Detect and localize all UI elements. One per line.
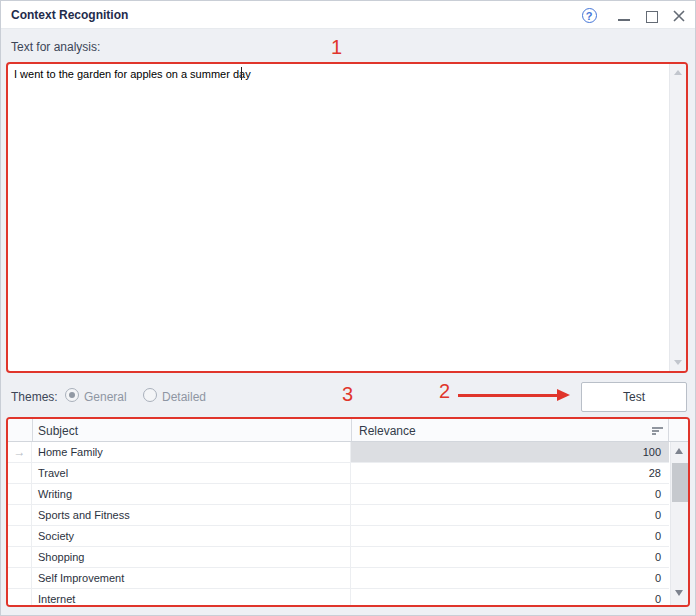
relevance-cell[interactable]: 28 (351, 463, 669, 483)
analysis-textarea[interactable]: I went to the garden for apples on a sum… (6, 62, 688, 373)
table-rows: →Home Family100Travel28Writing0Sports an… (8, 442, 669, 607)
column-divider (668, 419, 669, 441)
relevance-cell[interactable]: 0 (351, 568, 669, 588)
subject-cell[interactable]: Sports and Fitness (32, 505, 351, 525)
close-button[interactable] (670, 6, 688, 24)
subject-cell[interactable]: Self Improvement (32, 568, 351, 588)
row-indicator-cell (8, 484, 32, 504)
maximize-icon (646, 11, 658, 23)
row-indicator-cell (8, 547, 32, 567)
row-indicator-cell (8, 463, 32, 483)
scroll-up-icon[interactable] (675, 448, 683, 454)
annotation-number-3: 3 (342, 384, 353, 404)
row-indicator-cell (8, 568, 32, 588)
help-icon: ? (582, 8, 597, 23)
table-row[interactable]: Sports and Fitness0 (8, 505, 669, 526)
text-for-analysis-label: Text for analysis: (11, 40, 100, 54)
relevance-cell[interactable]: 0 (351, 526, 669, 546)
relevance-cell[interactable]: 0 (351, 547, 669, 567)
test-button[interactable]: Test (581, 382, 687, 412)
filter-icon[interactable] (652, 427, 663, 435)
relevance-cell[interactable]: 0 (351, 505, 669, 525)
scroll-up-icon[interactable] (674, 70, 682, 75)
subject-cell[interactable]: Internet (32, 589, 351, 607)
window-title: Context Recognition (11, 8, 128, 22)
radio-general[interactable] (65, 388, 79, 402)
subject-cell[interactable]: Shopping (32, 547, 351, 567)
textarea-scrollbar[interactable] (669, 64, 686, 371)
relevance-cell[interactable]: 0 (351, 589, 669, 607)
table-row[interactable]: Society0 (8, 526, 669, 547)
row-focus-arrow-icon: → (8, 442, 32, 462)
annotation-arrow-shaft (458, 394, 561, 397)
subject-cell[interactable]: Home Family (32, 442, 351, 462)
row-indicator-cell (8, 589, 32, 607)
close-icon (672, 9, 686, 23)
subject-cell[interactable]: Travel (32, 463, 351, 483)
radio-detailed-label[interactable]: Detailed (162, 390, 206, 404)
scroll-down-icon[interactable] (675, 590, 683, 596)
radio-selected-dot (69, 392, 75, 398)
column-divider (351, 419, 352, 441)
table-scrollbar[interactable] (670, 442, 688, 605)
table-row[interactable]: Internet0 (8, 589, 669, 607)
column-divider (32, 419, 33, 441)
subject-column-header[interactable]: Subject (38, 424, 78, 438)
text-caret (241, 67, 242, 80)
help-button[interactable]: ? (580, 6, 598, 24)
minimize-button[interactable] (615, 6, 633, 24)
annotation-number-2: 2 (439, 381, 450, 401)
subject-cell[interactable]: Writing (32, 484, 351, 504)
minimize-icon (618, 19, 630, 21)
themes-label: Themes: (11, 390, 58, 404)
results-table: Subject Relevance →Home Family100Travel2… (6, 417, 690, 607)
table-row[interactable]: →Home Family100 (8, 442, 669, 463)
analysis-text: I went to the garden for apples on a sum… (14, 68, 251, 80)
table-row[interactable]: Shopping0 (8, 547, 669, 568)
radio-detailed[interactable] (143, 388, 157, 402)
subject-cell[interactable]: Society (32, 526, 351, 546)
table-row[interactable]: Writing0 (8, 484, 669, 505)
annotation-number-1: 1 (331, 37, 342, 57)
relevance-cell[interactable]: 0 (351, 484, 669, 504)
relevance-column-header[interactable]: Relevance (359, 424, 416, 438)
maximize-button[interactable] (643, 6, 661, 24)
row-indicator-cell (8, 505, 32, 525)
table-header: Subject Relevance (8, 419, 688, 442)
table-row[interactable]: Self Improvement0 (8, 568, 669, 589)
annotation-arrow-head-icon (557, 389, 570, 401)
scroll-down-icon[interactable] (674, 360, 682, 365)
radio-general-label[interactable]: General (84, 390, 127, 404)
scrollbar-thumb[interactable] (672, 463, 688, 502)
relevance-cell[interactable]: 100 (351, 442, 669, 462)
row-indicator-cell (8, 526, 32, 546)
table-row[interactable]: Travel28 (8, 463, 669, 484)
titlebar: Context Recognition ? (1, 1, 695, 29)
context-recognition-window: Context Recognition ? Text for analysis:… (0, 0, 696, 616)
